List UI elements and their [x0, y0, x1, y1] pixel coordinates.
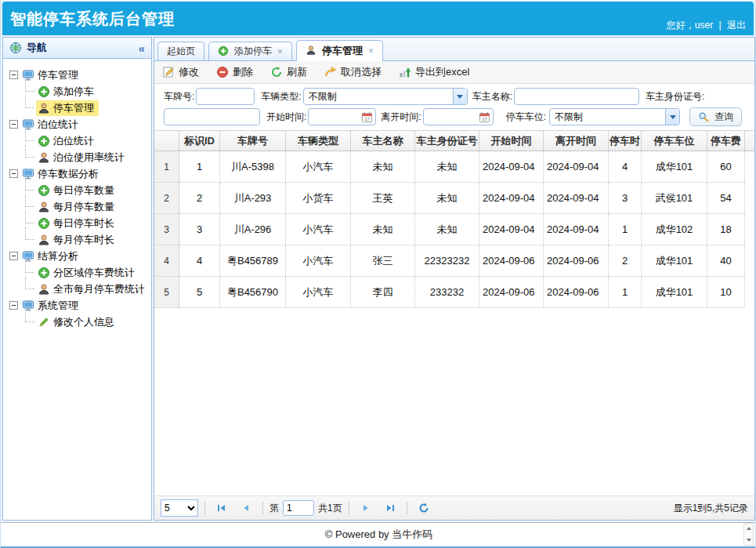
- cell-spot: 成华101: [642, 151, 707, 183]
- tab-home[interactable]: 起始页: [157, 42, 204, 60]
- export-excel-button[interactable]: 导出到excel: [399, 65, 469, 79]
- user-icon: [38, 151, 50, 164]
- add-icon: [218, 45, 230, 58]
- tab-label: 起始页: [167, 45, 195, 58]
- cell-vehicle-type: 小货车: [286, 183, 351, 214]
- page-title: 智能停车系统后台管理: [10, 9, 175, 30]
- tabs-bar: 起始页 添加停车× 停车管理×: [154, 38, 754, 61]
- page-size-select[interactable]: 5: [161, 499, 198, 517]
- tree-node-label: 结算分析: [38, 249, 78, 263]
- tree-node-label: 每日停车时长: [53, 216, 114, 230]
- owner-name-input[interactable]: [514, 88, 639, 105]
- column-header[interactable]: 停车时: [609, 131, 642, 151]
- parking-spot-select[interactable]: 不限制: [549, 108, 680, 125]
- column-header[interactable]: 车主名称: [351, 131, 415, 151]
- tree-expander-icon[interactable]: [9, 252, 18, 260]
- tree-node-city-fee[interactable]: 全市每月停车费统计: [6, 281, 148, 297]
- cancel-selection-button[interactable]: 取消选择: [324, 65, 382, 79]
- tree-node-berth-usage[interactable]: 泊位使用率统计: [6, 149, 148, 165]
- table-row[interactable]: 4 4 粤B456789 小汽车 张三 22323232 2024-09-06 …: [154, 245, 754, 277]
- vehicle-type-select[interactable]: 不限制: [303, 88, 468, 105]
- table-row[interactable]: 3 3 川A-296 小汽车 未知 未知 2024-09-04 2024-09-…: [154, 214, 754, 245]
- undo-arrow-icon: [324, 66, 337, 78]
- plate-input[interactable]: [196, 88, 255, 105]
- tab-add-parking[interactable]: 添加停车×: [208, 42, 292, 60]
- owner-name-label: 车主名称:: [472, 90, 512, 103]
- chevron-down-icon[interactable]: [665, 109, 679, 125]
- tree-expander-icon[interactable]: [9, 301, 18, 310]
- sidebar-title: 导航: [27, 41, 47, 55]
- collapse-panel-icon[interactable]: «: [139, 42, 145, 55]
- reload-page-icon[interactable]: [414, 499, 434, 517]
- cell-id: 3: [179, 214, 220, 245]
- tree-node-edit-profile[interactable]: 修改个人信息: [6, 314, 148, 330]
- first-page-button[interactable]: [212, 499, 232, 517]
- table-row[interactable]: 1 1 川A-5398 小汽车 未知 未知 2024-09-04 2024-09…: [154, 151, 754, 183]
- start-time-field: 17: [308, 108, 376, 125]
- app-header: 智能停车系统后台管理 您好，user | 退出: [2, 2, 754, 35]
- table-row[interactable]: 5 5 粤B456790 小汽车 李四 233232 2024-09-06 20…: [154, 277, 754, 308]
- cell-duration: 3: [609, 183, 642, 214]
- query-button[interactable]: 查询: [689, 107, 742, 126]
- idcard-input[interactable]: [164, 108, 260, 125]
- cell-start-time: 2024-09-04: [479, 151, 544, 183]
- column-header[interactable]: 离开时间: [544, 131, 609, 151]
- column-header[interactable]: 停车车位: [642, 131, 707, 151]
- refresh-button[interactable]: 刷新: [270, 65, 307, 79]
- last-page-button[interactable]: [380, 499, 400, 517]
- logout-link[interactable]: 退出: [727, 20, 746, 31]
- column-header[interactable]: 停车费: [707, 131, 745, 151]
- scroll-down-icon[interactable]: [744, 535, 753, 545]
- cell-owner: 未知: [351, 214, 415, 245]
- delete-button[interactable]: 删除: [216, 65, 253, 79]
- start-time-label: 开始时间:: [266, 111, 306, 124]
- user-greeting: 您好，user: [667, 20, 713, 31]
- cell-plate: 川A-296: [220, 214, 286, 245]
- button-label: 修改: [179, 65, 199, 79]
- edit-button[interactable]: 修改: [162, 65, 199, 79]
- close-tab-icon[interactable]: ×: [368, 45, 374, 56]
- cell-owner: 张三: [351, 245, 415, 277]
- tree-expander-icon[interactable]: [9, 169, 18, 178]
- prev-page-button[interactable]: [236, 499, 256, 517]
- add-icon: [38, 267, 50, 279]
- close-tab-icon[interactable]: ×: [277, 46, 283, 57]
- divider: [349, 502, 349, 514]
- cell-vehicle-type: 小汽车: [286, 245, 351, 277]
- chevron-down-icon[interactable]: [453, 89, 467, 104]
- button-label: 删除: [233, 65, 253, 79]
- table-body: 1 1 川A-5398 小汽车 未知 未知 2024-09-04 2024-09…: [154, 151, 754, 495]
- column-header[interactable]: 标识ID: [179, 131, 220, 151]
- main-panel: 起始页 添加停车× 停车管理× 修改 删除 刷新 取消选择 导出到excel 车…: [154, 37, 755, 521]
- calendar-icon[interactable]: 17: [361, 111, 373, 123]
- cell-start-time: 2024-09-04: [479, 183, 544, 214]
- scroll-up-icon[interactable]: [744, 524, 753, 533]
- tree-expander-icon[interactable]: [9, 120, 18, 129]
- column-header[interactable]: 车牌号: [220, 131, 286, 151]
- tree-expander-icon[interactable]: [9, 71, 18, 79]
- cell-spot: 成华102: [642, 214, 707, 245]
- calendar-icon[interactable]: 17: [479, 111, 490, 123]
- cell-plate: 川A-5398: [220, 151, 286, 183]
- footer-scrollbar[interactable]: [743, 523, 754, 546]
- tree-node-parking-manage[interactable]: 停车管理: [6, 100, 148, 116]
- next-page-button[interactable]: [356, 499, 376, 517]
- svg-text:17: 17: [482, 116, 487, 121]
- cell-vehicle-type: 小汽车: [286, 151, 351, 183]
- page-number-input[interactable]: [283, 500, 314, 516]
- cell-fee: 54: [707, 183, 745, 214]
- cell-spot: 成华101: [642, 245, 707, 277]
- column-header[interactable]: 开始时间: [479, 131, 544, 151]
- cell-fee: 18: [707, 214, 745, 245]
- search-row-2: 开始时间: 17 离开时间: 17 停车车位: 不限制 查询: [164, 107, 754, 127]
- column-header[interactable]: 车主身份证号: [415, 131, 479, 151]
- table-row[interactable]: 2 2 川A-293 小货车 王英 未知 2024-09-04 2024-09-…: [154, 183, 754, 214]
- column-header-rownum[interactable]: [154, 131, 179, 151]
- user-icon: [38, 102, 50, 114]
- tab-parking-manage[interactable]: 停车管理×: [296, 40, 383, 61]
- tree-node-monthly-duration[interactable]: 每月停车时长: [6, 231, 148, 248]
- column-header[interactable]: 车辆类型: [286, 131, 351, 151]
- cell-owner: 王英: [351, 183, 415, 214]
- user-icon: [38, 201, 50, 213]
- cell-plate: 粤B456790: [220, 277, 286, 308]
